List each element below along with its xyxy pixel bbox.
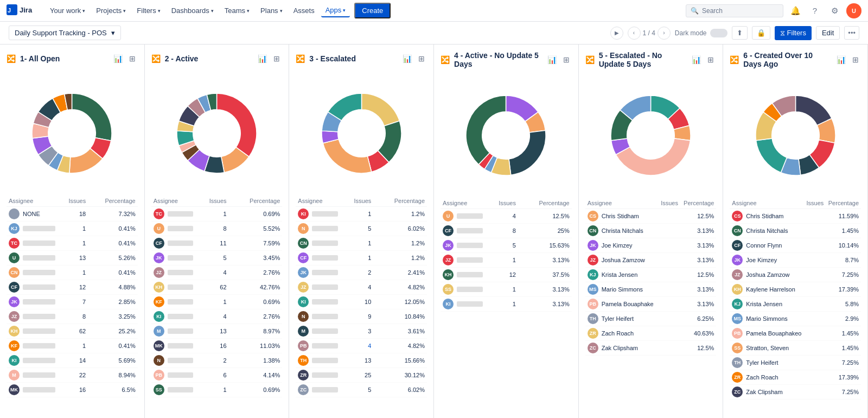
chevron-down-icon: ▾ bbox=[280, 8, 283, 14]
issues-cell: 1 bbox=[340, 251, 373, 265]
col-pct: Percentage bbox=[826, 198, 861, 209]
blurred-name bbox=[23, 343, 55, 349]
chevron-down-icon: ▾ bbox=[111, 29, 115, 37]
blurred-name bbox=[168, 372, 194, 378]
avatar-sm: MS bbox=[732, 313, 743, 324]
col-issues: Issues bbox=[195, 195, 228, 207]
assignee-cell: CS Chris Stidham bbox=[585, 209, 658, 224]
chart-icon-g6[interactable]: 📊 bbox=[834, 54, 848, 65]
pct-cell: 0.69% bbox=[229, 207, 283, 221]
play-button[interactable]: ▶ bbox=[610, 27, 623, 40]
table-row: KH Kaylene Harrelson 17.39% bbox=[730, 282, 861, 297]
assignee-cell: CF bbox=[296, 251, 340, 265]
assignee-name: Tyler Heifert bbox=[602, 315, 634, 322]
gadget-header-g5: 🔀 5 - Escalated - No Update 5 Days 📊 ⊞ bbox=[585, 51, 717, 68]
notifications-icon[interactable]: 🔔 bbox=[788, 3, 803, 18]
create-button[interactable]: Create bbox=[354, 3, 391, 18]
pct-cell: 7.32% bbox=[88, 207, 137, 221]
pct-cell: 0.41% bbox=[88, 221, 137, 236]
issues-cell: 7 bbox=[58, 295, 88, 309]
nav-filters[interactable]: Filters ▾ bbox=[132, 4, 164, 17]
table-icon-g1[interactable]: ⊞ bbox=[127, 53, 138, 64]
nav-assets[interactable]: Assets bbox=[289, 4, 319, 17]
avatar-sm: JZ bbox=[443, 255, 454, 265]
table-wrap-g5: Assignee Issues Percentage CS Chris Stid… bbox=[585, 198, 717, 356]
gadget-icon-g4: 🔀 bbox=[441, 55, 450, 64]
table-row: CN 1 0.41% bbox=[7, 265, 138, 280]
pct-cell: 2.41% bbox=[373, 265, 427, 280]
next-button[interactable]: › bbox=[658, 27, 671, 40]
pct-cell: 8.94% bbox=[88, 368, 137, 383]
table-row: ZC 5 6.02% bbox=[296, 383, 427, 397]
issues-cell: 4 bbox=[340, 339, 373, 353]
chart-icon-g5[interactable]: 📊 bbox=[690, 54, 703, 65]
table-icon-g3[interactable]: ⊞ bbox=[416, 53, 427, 64]
table-row: JZ 1 3.13% bbox=[441, 253, 572, 268]
edit-button[interactable]: Edit bbox=[816, 26, 840, 40]
issues-cell: 3 bbox=[340, 324, 373, 339]
avatar[interactable]: U bbox=[846, 3, 861, 18]
nav-plans[interactable]: Plans ▾ bbox=[256, 4, 287, 17]
avatar-sm: KJ bbox=[588, 269, 598, 280]
avatar-sm: PB bbox=[298, 340, 309, 351]
blurred-name bbox=[23, 270, 55, 275]
issues-cell: 1 bbox=[195, 383, 228, 397]
table-icon-g4[interactable]: ⊞ bbox=[561, 54, 572, 65]
pct-cell: 0.41% bbox=[88, 339, 137, 353]
blurred-name bbox=[23, 314, 55, 319]
settings-icon[interactable]: ⚙ bbox=[827, 3, 842, 18]
nav-teams[interactable]: Teams ▾ bbox=[220, 4, 254, 17]
col-pct: Percentage bbox=[680, 198, 716, 209]
pct-cell: 17.39% bbox=[826, 282, 861, 297]
more-button[interactable]: ••• bbox=[844, 26, 859, 40]
avatar-sm: PB bbox=[732, 328, 743, 339]
assignee-cell: CF bbox=[441, 224, 485, 238]
chart-icon-g2[interactable]: 📊 bbox=[256, 53, 269, 64]
help-icon[interactable]: ? bbox=[807, 3, 822, 18]
table-icon-g5[interactable]: ⊞ bbox=[705, 54, 716, 65]
table-row: JK 2 2.41% bbox=[296, 265, 427, 280]
avatar-sm: U bbox=[443, 211, 454, 221]
issues-cell bbox=[658, 209, 680, 224]
avatar-sm: KI bbox=[298, 296, 309, 307]
share-button[interactable]: ⬆ bbox=[732, 26, 748, 40]
table-icon-g2[interactable]: ⊞ bbox=[271, 53, 282, 64]
dashboard-selector[interactable]: Daily Support Tracking - POS ▾ bbox=[9, 26, 121, 40]
nav-apps[interactable]: Apps ▾ bbox=[321, 4, 350, 17]
chart-icon-g3[interactable]: 📊 bbox=[400, 53, 414, 64]
jira-logo[interactable]: J Jira bbox=[7, 4, 39, 17]
lock-button[interactable]: 🔒 bbox=[752, 26, 770, 40]
gadget-actions-g3: 📊 ⊞ bbox=[400, 53, 427, 64]
nav-your-work[interactable]: Your work ▾ bbox=[46, 4, 90, 17]
assignee-cell: M bbox=[151, 324, 196, 339]
table-icon-g6[interactable]: ⊞ bbox=[850, 54, 861, 65]
avatar-sm: ZR bbox=[732, 372, 743, 383]
avatar-sm: KI bbox=[154, 311, 164, 322]
gadget-header-g6: 🔀 6 - Created Over 10 Days Ago 📊 ⊞ bbox=[730, 51, 861, 68]
nav-dashboards[interactable]: Dashboards ▾ bbox=[167, 4, 218, 17]
assignee-cell: CS Chris Stidham bbox=[730, 209, 804, 224]
pct-cell: 3.25% bbox=[88, 309, 137, 324]
prev-button[interactable]: ‹ bbox=[628, 27, 641, 40]
chart-icon-g1[interactable]: 📊 bbox=[111, 53, 125, 64]
table-row: M 3 3.61% bbox=[296, 324, 427, 339]
chart-icon-g4[interactable]: 📊 bbox=[545, 54, 559, 65]
table-row: CS Chris Stidham 12.5% bbox=[585, 209, 717, 224]
dashboard-nav: Daily Support Tracking - POS ▾ ▶ ‹ 1 / 4… bbox=[0, 22, 868, 45]
gadget-actions-g6: 📊 ⊞ bbox=[834, 54, 861, 65]
search-input[interactable]: 🔍 Search bbox=[686, 4, 783, 17]
issues-cell: 1 bbox=[58, 265, 88, 280]
dark-mode-switch[interactable] bbox=[710, 29, 727, 37]
table-row: ZC Zak Clipsham 12.5% bbox=[585, 341, 717, 356]
issues-cell: 8 bbox=[58, 309, 88, 324]
table-row: JK 5 15.63% bbox=[441, 238, 572, 253]
filters-button[interactable]: ⧖ Filters bbox=[775, 26, 812, 40]
issues-cell bbox=[804, 370, 826, 385]
pct-cell: 4.14% bbox=[229, 368, 283, 383]
assignee-cell: KH bbox=[441, 268, 485, 282]
assignee-cell: TC bbox=[7, 236, 58, 251]
table-row: JK 7 2.85% bbox=[7, 295, 138, 309]
nav-projects[interactable]: Projects ▾ bbox=[92, 4, 130, 17]
table-row: SS 1 3.13% bbox=[441, 282, 572, 297]
nav-controls: ▶ ‹ 1 / 4 › Dark mode ⬆ 🔒 ⧖ Filters Edit… bbox=[610, 26, 860, 40]
